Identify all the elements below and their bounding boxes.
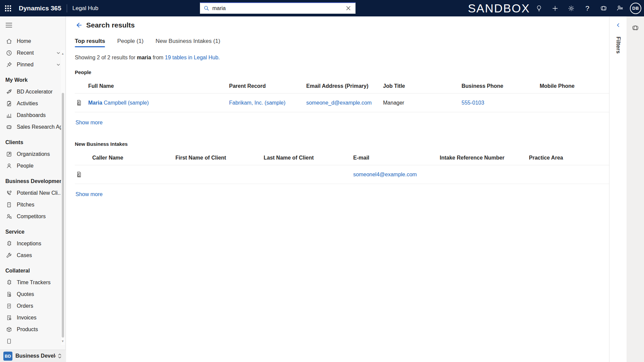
parent-record-link[interactable]: Fabrikam, Inc. (sample) — [229, 100, 285, 106]
waffle-menu-icon[interactable] — [0, 0, 16, 16]
column-header-caller-name[interactable]: Caller Name — [92, 152, 175, 165]
tab-people[interactable]: People (1) — [117, 38, 143, 47]
cell-caller-name — [92, 165, 175, 184]
people-show-more-link[interactable]: Show more — [75, 120, 103, 126]
copilot-icon[interactable] — [627, 16, 644, 32]
scroll-up-icon[interactable]: ▲ — [61, 52, 64, 55]
search-results-page: Search results Top results People (1) Ne… — [66, 16, 609, 362]
expand-filters-chevron-icon[interactable] — [609, 16, 627, 28]
plus-icon[interactable] — [549, 2, 561, 15]
area-title[interactable]: Legal Hub — [72, 5, 99, 12]
column-header-mobile-phone[interactable]: Mobile Phone — [540, 80, 609, 94]
column-header-practice-area[interactable]: Practice Area — [529, 152, 609, 165]
column-header-email[interactable]: Email Address (Primary) — [306, 80, 383, 94]
sidebar-section-my-work: My Work — [0, 70, 65, 86]
sidebar-item-cases[interactable]: Cases — [0, 249, 65, 261]
column-header-email[interactable]: E-mail — [353, 152, 440, 165]
app-title[interactable]: Dynamics 365 — [19, 5, 61, 12]
gear-icon[interactable] — [565, 2, 578, 15]
intakes-table: Caller Name First Name of Client Last Na… — [75, 152, 609, 184]
cell-first-name — [175, 165, 264, 184]
chevron-down-icon[interactable] — [56, 62, 61, 67]
pin-icon — [5, 61, 13, 68]
cell-practice-area — [529, 165, 609, 184]
sidebar-item-people[interactable]: People — [0, 160, 65, 172]
tab-top-results[interactable]: Top results — [75, 38, 105, 47]
email-link[interactable]: someonel4@example.com — [353, 172, 417, 178]
sidebar-item-home[interactable]: Home — [0, 35, 65, 47]
scroll-down-icon[interactable]: ▼ — [61, 340, 64, 343]
column-header-job-title[interactable]: Job Title — [383, 80, 462, 94]
help-icon[interactable]: ? — [581, 2, 594, 15]
phone-gear-icon — [5, 189, 13, 197]
sidebar-item-pitches[interactable]: Pitches — [0, 199, 65, 210]
column-header-business-phone[interactable]: Business Phone — [462, 80, 540, 94]
sidebar-item-clipped[interactable] — [0, 335, 65, 347]
sidebar-section-business-development: Business Development — [0, 172, 65, 187]
contact-link[interactable]: Maria Campbell (sample) — [88, 100, 149, 106]
home-icon — [5, 38, 13, 45]
sidebar-item-pinned[interactable]: Pinned — [0, 59, 65, 70]
result-tabs: Top results People (1) New Business Inta… — [75, 38, 609, 47]
filters-panel-label[interactable]: Filters — [615, 37, 622, 54]
document-exclamation-icon — [5, 201, 13, 208]
sidebar-item-activities[interactable]: Activities — [0, 98, 65, 109]
sidebar-item-invoices[interactable]: Invoices — [0, 312, 65, 323]
column-header-first-name[interactable]: First Name of Client — [175, 152, 264, 165]
email-link[interactable]: someone_d@example.com — [306, 100, 372, 106]
contact-name-rest: Campbell (sample) — [102, 100, 149, 106]
sidebar-item-inceptions[interactable]: Inceptions — [0, 238, 65, 249]
cell-email: someone_d@example.com — [306, 94, 383, 112]
results-summary: Showing 2 of 2 results for maria from 19… — [75, 55, 609, 61]
sidebar-scrollbar[interactable]: ▲ ▼ — [61, 50, 65, 345]
column-header-parent-record[interactable]: Parent Record — [229, 80, 306, 94]
back-arrow-icon[interactable] — [75, 21, 82, 29]
dashboard-icon — [5, 112, 13, 119]
column-header-last-name[interactable]: Last Name of Client — [264, 152, 353, 165]
sidebar-item-recent[interactable]: Recent — [0, 47, 65, 59]
chevron-down-icon[interactable] — [56, 51, 61, 55]
collapse-sitemap-icon[interactable] — [0, 16, 65, 31]
puzzle-icon — [5, 279, 13, 286]
cell-last-name — [264, 165, 353, 184]
sidebar-item-orders[interactable]: Orders — [0, 300, 65, 312]
title-divider — [67, 4, 67, 12]
lightbulb-icon[interactable] — [533, 2, 545, 15]
organization-icon — [5, 150, 13, 158]
sidebar-item-organizations[interactable]: Organizations — [0, 148, 65, 160]
sidebar-item-sales-research-agent[interactable]: Sales Research Ag... — [0, 121, 65, 133]
sidebar-item-potential-new-clients[interactable]: Potential New Cli... — [0, 187, 65, 199]
avatar[interactable]: DB — [629, 2, 642, 15]
clipboard-icon — [5, 100, 13, 107]
column-header-full-name[interactable]: Full Name — [88, 80, 229, 94]
scrollbar-thumb[interactable] — [62, 93, 64, 338]
sidebar-item-products[interactable]: Products — [0, 323, 65, 335]
sidebar-item-bd-accelerator[interactable]: BD Accelerator — [0, 86, 65, 98]
column-header-intake-reference[interactable]: Intake Reference Number — [440, 152, 529, 165]
clock-icon — [5, 49, 13, 57]
tab-new-business-intakes[interactable]: New Business Intakes (1) — [156, 38, 220, 47]
area-switcher[interactable]: BD Business Develop... — [0, 350, 66, 362]
tables-link[interactable]: 19 tables in Legal Hub. — [165, 55, 220, 60]
area-switcher-label: Business Develop... — [15, 353, 56, 359]
sidebar-section-collateral: Collateral — [0, 261, 65, 277]
page-title: Search results — [86, 21, 135, 29]
clear-search-icon[interactable] — [345, 5, 352, 12]
feedback-person-icon[interactable] — [613, 2, 626, 15]
cell-full-name: Maria Campbell (sample) — [88, 94, 229, 112]
phone-link[interactable]: 555-0103 — [462, 100, 484, 106]
search-input[interactable] — [212, 5, 345, 11]
cell-email: someonel4@example.com — [353, 165, 440, 184]
sidebar-item-competitors[interactable]: Competitors — [0, 210, 65, 222]
results-summary-middle: from — [151, 55, 165, 60]
cell-business-phone: 555-0103 — [462, 94, 540, 112]
sidebar-item-quotes[interactable]: Quotes — [0, 288, 65, 300]
copilot-icon — [5, 123, 13, 131]
global-search-box[interactable] — [200, 2, 356, 14]
sidebar-item-time-trackers[interactable]: Time Trackers — [0, 277, 65, 288]
copilot-icon[interactable] — [597, 2, 610, 15]
sidebar-item-dashboards[interactable]: Dashboards — [0, 109, 65, 121]
person-icon — [5, 162, 13, 170]
intakes-show-more-link[interactable]: Show more — [75, 191, 103, 197]
cell-parent-record: Fabrikam, Inc. (sample) — [229, 94, 306, 112]
